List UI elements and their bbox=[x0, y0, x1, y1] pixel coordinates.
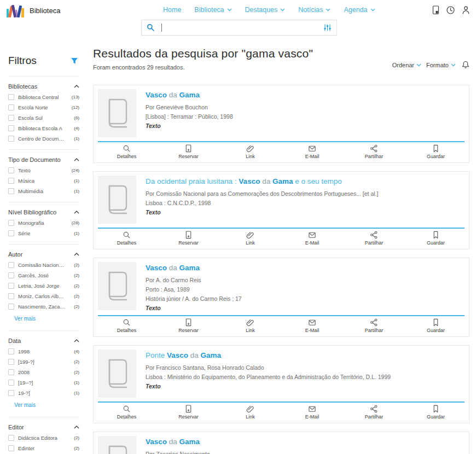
checkbox[interactable] bbox=[8, 136, 14, 142]
filter-option[interactable]: Biblioteca Escola A (4) bbox=[8, 125, 79, 131]
chevron-up-icon[interactable] bbox=[74, 211, 79, 214]
ordenar-dropdown[interactable]: Ordenar bbox=[392, 62, 421, 68]
ver-mais-link[interactable]: Ver mais bbox=[14, 402, 36, 408]
tablet-icon[interactable] bbox=[432, 5, 440, 15]
action-guardar[interactable]: Guardar bbox=[405, 318, 467, 333]
result-title[interactable]: Ponte Vasco da Gama bbox=[146, 351, 391, 359]
advanced-search-sliders-icon[interactable] bbox=[323, 24, 332, 32]
filter-option[interactable]: Biblioteca Central (13) bbox=[8, 94, 79, 100]
brand-name[interactable]: Biblioteca bbox=[30, 7, 60, 15]
notifications-bell-icon[interactable] bbox=[462, 61, 469, 69]
book-thumbnail[interactable] bbox=[98, 350, 136, 398]
chevron-up-icon[interactable] bbox=[74, 85, 79, 88]
action-detalhes[interactable]: Detalhes bbox=[96, 405, 158, 420]
account-icon[interactable] bbox=[461, 5, 471, 15]
filter-option[interactable]: [19--?] (1) bbox=[8, 380, 79, 386]
filter-section-header[interactable]: Nível Bibliográfico bbox=[8, 209, 79, 216]
chevron-up-icon[interactable] bbox=[74, 158, 79, 161]
action-link[interactable]: Link bbox=[219, 318, 281, 333]
action-reservar[interactable]: Reservar bbox=[158, 144, 219, 159]
chevron-up-icon[interactable] bbox=[74, 253, 79, 256]
filter-option[interactable]: Comissão Nacional para a... (2) bbox=[8, 262, 79, 268]
book-thumbnail[interactable] bbox=[98, 176, 136, 224]
filter-option[interactable]: Moniz, Carlos Alberto (2) bbox=[8, 293, 79, 299]
checkbox[interactable] bbox=[8, 125, 14, 131]
checkbox[interactable] bbox=[8, 283, 14, 289]
checkbox[interactable] bbox=[8, 167, 14, 173]
checkbox[interactable] bbox=[8, 435, 14, 441]
nav-item-destaques[interactable]: Destaques bbox=[245, 6, 286, 14]
filter-option[interactable]: Edinter (2) bbox=[8, 445, 79, 451]
book-thumbnail[interactable] bbox=[98, 89, 136, 137]
nav-item-agenda[interactable]: Agenda bbox=[344, 6, 375, 14]
action-email[interactable]: E-Mail bbox=[281, 231, 343, 246]
formato-dropdown[interactable]: Formato bbox=[426, 62, 456, 68]
checkbox[interactable] bbox=[8, 272, 14, 278]
filter-section-header[interactable]: Bibliotecas bbox=[8, 83, 79, 90]
checkbox[interactable] bbox=[8, 390, 14, 396]
checkbox[interactable] bbox=[8, 293, 14, 299]
checkbox[interactable] bbox=[8, 348, 14, 354]
checkbox[interactable] bbox=[8, 445, 14, 451]
filter-option[interactable]: 1998 (4) bbox=[8, 348, 79, 354]
action-email[interactable]: E-Mail bbox=[281, 318, 343, 333]
result-title[interactable]: Vasco da Gama bbox=[146, 264, 242, 272]
action-reservar[interactable]: Reservar bbox=[158, 405, 219, 420]
filter-section-header[interactable]: Autor bbox=[8, 251, 79, 258]
action-guardar[interactable]: Guardar bbox=[405, 405, 467, 420]
action-email[interactable]: E-Mail bbox=[281, 405, 343, 420]
checkbox[interactable] bbox=[8, 94, 14, 100]
filter-option[interactable]: 2008 (2) bbox=[8, 369, 79, 375]
action-guardar[interactable]: Guardar bbox=[405, 231, 467, 246]
checkbox[interactable] bbox=[8, 178, 14, 184]
checkbox[interactable] bbox=[8, 220, 14, 226]
action-detalhes[interactable]: Detalhes bbox=[96, 318, 158, 333]
book-thumbnail[interactable] bbox=[98, 262, 136, 310]
filter-option[interactable]: Nascimento, Zacarias (2) bbox=[8, 304, 79, 310]
checkbox[interactable] bbox=[8, 380, 14, 386]
filter-funnel-icon[interactable] bbox=[71, 57, 78, 65]
ver-mais-link[interactable]: Ver mais bbox=[14, 316, 36, 322]
filter-section-header[interactable]: Editor bbox=[8, 424, 79, 430]
action-email[interactable]: E-Mail bbox=[281, 144, 343, 159]
result-title[interactable]: Vasco da Gama bbox=[146, 438, 227, 446]
action-partilhar[interactable]: Partilhar bbox=[343, 318, 405, 333]
filter-option[interactable]: Didáctica Editora (2) bbox=[8, 435, 79, 441]
checkbox[interactable] bbox=[8, 188, 14, 194]
filter-option[interactable]: 19-?] (1) bbox=[8, 390, 79, 396]
chevron-up-icon[interactable] bbox=[74, 426, 79, 429]
action-reservar[interactable]: Reservar bbox=[158, 231, 219, 246]
action-detalhes[interactable]: Detalhes bbox=[96, 144, 158, 159]
checkbox[interactable] bbox=[8, 304, 14, 310]
action-guardar[interactable]: Guardar bbox=[405, 144, 467, 159]
checkbox[interactable] bbox=[8, 104, 14, 110]
history-icon[interactable] bbox=[446, 5, 455, 15]
action-partilhar[interactable]: Partilhar bbox=[343, 144, 405, 159]
action-link[interactable]: Link bbox=[219, 231, 281, 246]
filter-option[interactable]: Texto (24) bbox=[8, 167, 79, 173]
filter-option[interactable]: Letria, José Jorge (2) bbox=[8, 283, 79, 289]
result-title[interactable]: Vasco da Gama bbox=[146, 91, 233, 99]
action-partilhar[interactable]: Partilhar bbox=[343, 231, 405, 246]
filter-option[interactable]: Música (1) bbox=[8, 178, 79, 184]
filter-option[interactable]: Garcês, José (2) bbox=[8, 272, 79, 278]
checkbox[interactable] bbox=[8, 359, 14, 365]
book-thumbnail[interactable] bbox=[98, 436, 136, 454]
action-detalhes[interactable]: Detalhes bbox=[96, 231, 158, 246]
checkbox[interactable] bbox=[8, 230, 14, 236]
action-reservar[interactable]: Reservar bbox=[158, 318, 219, 333]
filter-option[interactable]: Escola Sul (6) bbox=[8, 115, 79, 121]
nav-item-biblioteca[interactable]: Biblioteca bbox=[194, 6, 231, 14]
filter-option[interactable]: Escola Norte (12) bbox=[8, 104, 79, 110]
search-input[interactable] bbox=[162, 24, 323, 32]
filter-option[interactable]: Monografia (28) bbox=[8, 220, 79, 226]
filter-section-header[interactable]: Data bbox=[8, 337, 79, 344]
action-link[interactable]: Link bbox=[219, 405, 281, 420]
filter-option[interactable]: [199-?] (2) bbox=[8, 359, 79, 365]
nav-item-home[interactable]: Home bbox=[163, 6, 181, 14]
filter-section-header[interactable]: Tipo de Documento bbox=[8, 156, 79, 163]
chevron-up-icon[interactable] bbox=[74, 339, 79, 342]
action-partilhar[interactable]: Partilhar bbox=[343, 405, 405, 420]
search-bar[interactable] bbox=[141, 20, 337, 36]
result-title[interactable]: Da ocidental praia lusitana : Vasco da G… bbox=[146, 177, 378, 185]
